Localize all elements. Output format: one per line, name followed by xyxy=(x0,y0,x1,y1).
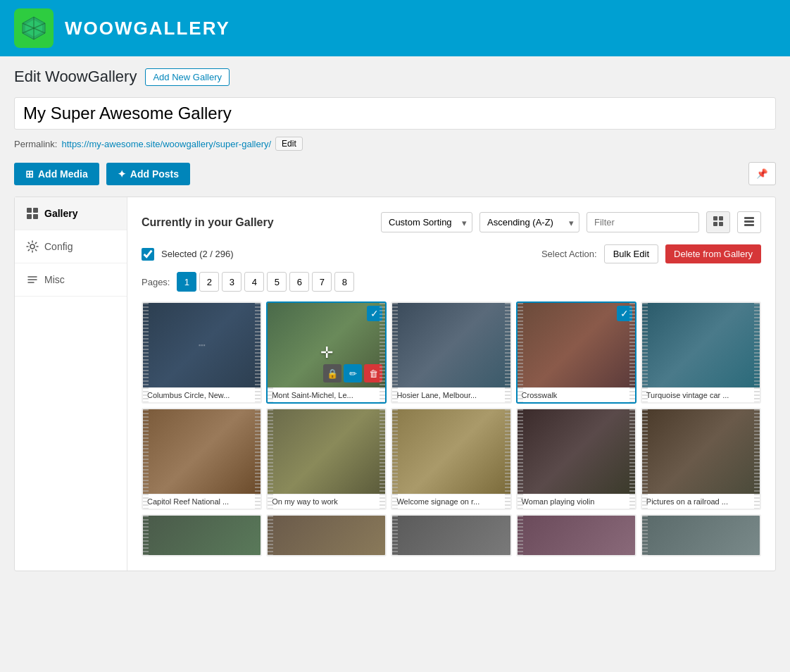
pagination: Pages: 1 2 3 4 5 6 7 8 xyxy=(142,272,761,292)
drag-icon-2: ✛ xyxy=(320,344,333,362)
drag-handle-left xyxy=(143,303,149,402)
drag-handle-left-6 xyxy=(143,409,149,509)
svg-rect-15 xyxy=(744,220,754,223)
drag-handle-right-5 xyxy=(754,303,760,402)
grid-view-icon xyxy=(713,216,724,227)
svg-rect-10 xyxy=(713,216,717,220)
drag-handle-right-6 xyxy=(255,409,261,509)
config-icon xyxy=(26,240,39,253)
selection-bar: Selected (2 / 296) Select Action: Bulk E… xyxy=(142,244,761,263)
top-header: WOOWGALLERY xyxy=(0,0,790,56)
delete-from-gallery-button[interactable]: Delete from Gallery xyxy=(665,244,761,263)
gallery-name-input[interactable] xyxy=(14,97,776,130)
add-media-label: Add Media xyxy=(38,168,88,180)
page-button-3[interactable]: 3 xyxy=(222,272,242,292)
page-header: Edit WoowGallery Add New Gallery xyxy=(14,68,776,86)
image-item-11[interactable] xyxy=(142,514,262,556)
image-grid-row3 xyxy=(142,514,761,556)
image-item-9[interactable]: Woman playing violin xyxy=(516,408,637,510)
image-caption-4: Crosswalk xyxy=(518,387,635,402)
image-caption-3: Hosier Lane, Melbour... xyxy=(392,387,510,402)
list-view-icon xyxy=(744,216,755,227)
svg-rect-5 xyxy=(27,208,32,213)
svg-rect-6 xyxy=(33,208,38,213)
image-item-6[interactable]: Capitol Reef National ... xyxy=(142,408,262,510)
page-button-2[interactable]: 2 xyxy=(199,272,219,292)
page-button-5[interactable]: 5 xyxy=(267,272,287,292)
view-grid-button[interactable] xyxy=(706,211,730,233)
image-item-3[interactable]: Hosier Lane, Melbour... xyxy=(391,301,511,404)
image-item-7[interactable]: On my way to work xyxy=(266,408,387,510)
page-button-4[interactable]: 4 xyxy=(244,272,264,292)
pages-label: Pages: xyxy=(142,277,170,287)
main-toolbar: ⊞ Add Media ✦ Add Posts 📌 xyxy=(14,162,776,185)
sorting-select-wrapper: Custom Sorting Title Date Random xyxy=(381,212,472,232)
image-caption-1: Columbus Circle, New... xyxy=(143,387,261,402)
image-item-8[interactable]: Welcome signage on r... xyxy=(391,408,511,510)
drag-handle-right-7 xyxy=(380,409,385,509)
drag-handle-right-4 xyxy=(629,303,635,402)
image-caption-10: Pictures on a railroad ... xyxy=(642,494,760,509)
image-item-12[interactable] xyxy=(266,514,387,556)
image-caption-7: On my way to work xyxy=(268,494,385,509)
page-button-8[interactable]: 8 xyxy=(334,272,354,292)
image-grid-row1: ▪▪▪ Columbus Circle, New... ✓ ✛ 🔒 ✏ 🗑 xyxy=(142,301,761,404)
drag-handle-left-10 xyxy=(642,409,648,509)
drag-handle-right-10 xyxy=(754,409,760,509)
add-posts-icon: ✦ xyxy=(118,168,126,180)
image-item-15[interactable] xyxy=(641,514,761,556)
drag-handle-left-13 xyxy=(392,516,398,555)
svg-rect-13 xyxy=(719,222,723,226)
add-media-button[interactable]: ⊞ Add Media xyxy=(14,163,99,185)
image-caption-8: Welcome signage on r... xyxy=(392,494,510,509)
bulk-edit-button[interactable]: Bulk Edit xyxy=(604,244,658,263)
gallery-icon xyxy=(26,207,39,220)
select-all-checkbox[interactable] xyxy=(142,248,154,261)
page-content: Edit WoowGallery Add New Gallery Permali… xyxy=(0,56,790,583)
sidebar-item-misc-label: Misc xyxy=(44,274,65,285)
drag-handle-left-4 xyxy=(518,303,523,402)
image-item-2[interactable]: ✓ ✛ 🔒 ✏ 🗑 Mont Saint-Michel, Le... xyxy=(266,301,387,404)
edit-permalink-button[interactable]: Edit xyxy=(275,137,303,151)
svg-rect-8 xyxy=(33,214,38,219)
order-select[interactable]: Ascending (A-Z) Descending (Z-A) xyxy=(479,212,579,232)
image-item-13[interactable] xyxy=(391,514,511,556)
gallery-panel-title: Currently in your Gallery xyxy=(142,216,274,229)
image-edit-button-2[interactable]: ✏ xyxy=(344,364,362,382)
app-title: WOOWGALLERY xyxy=(65,18,230,39)
gallery-toolbar: Currently in your Gallery Custom Sorting… xyxy=(142,211,761,233)
main-layout: Gallery Config Misc Currently in your Ga… xyxy=(14,197,776,571)
permalink-url[interactable]: https://my-awesome.site/woowgallery/supe… xyxy=(61,139,271,149)
permalink-label: Permalink: xyxy=(14,139,57,149)
image-item-5[interactable]: Turquoise vintage car ... xyxy=(641,301,761,404)
add-posts-button[interactable]: ✦ Add Posts xyxy=(106,163,190,185)
image-actions-2: 🔒 ✏ 🗑 xyxy=(323,364,382,382)
app-logo xyxy=(14,8,54,48)
image-item-14[interactable] xyxy=(516,514,637,556)
sidebar-item-gallery[interactable]: Gallery xyxy=(15,197,127,230)
drag-handle-left-8 xyxy=(392,409,398,509)
drag-handle-left-12 xyxy=(268,516,273,555)
image-lock-button-2[interactable]: 🔒 xyxy=(323,364,341,382)
sidebar-item-config[interactable]: Config xyxy=(15,230,127,263)
drag-handle-left-3 xyxy=(392,303,398,402)
page-button-6[interactable]: 6 xyxy=(289,272,309,292)
sorting-select[interactable]: Custom Sorting Title Date Random xyxy=(381,212,472,232)
image-item-4[interactable]: ✓ Crosswalk xyxy=(516,301,637,404)
page-button-1[interactable]: 1 xyxy=(177,272,196,292)
view-list-button[interactable] xyxy=(737,211,761,233)
image-item-1[interactable]: ▪▪▪ Columbus Circle, New... xyxy=(142,301,262,404)
svg-rect-14 xyxy=(744,217,754,219)
image-item-10[interactable]: Pictures on a railroad ... xyxy=(641,408,761,510)
selected-count: Selected (2 / 296) xyxy=(161,249,234,259)
drag-handle-right-2 xyxy=(380,303,385,402)
image-caption-5: Turquoise vintage car ... xyxy=(642,387,760,402)
image-caption-6: Capitol Reef National ... xyxy=(143,494,261,509)
page-button-7[interactable]: 7 xyxy=(312,272,332,292)
sidebar-item-misc[interactable]: Misc xyxy=(15,263,127,297)
svg-rect-12 xyxy=(713,222,717,226)
pin-button[interactable]: 📌 xyxy=(748,162,776,185)
filter-input[interactable] xyxy=(587,212,699,232)
pin-icon: 📌 xyxy=(756,168,768,179)
add-new-gallery-button[interactable]: Add New Gallery xyxy=(145,68,230,86)
